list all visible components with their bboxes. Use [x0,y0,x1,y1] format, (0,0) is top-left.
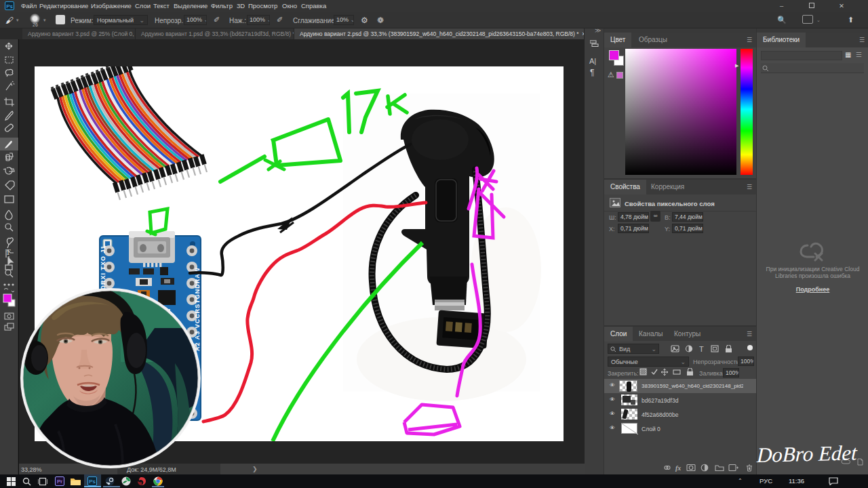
svg-text:T: T [699,345,704,353]
svg-text:T: T [5,247,11,257]
svg-text:fx: fx [675,464,681,472]
